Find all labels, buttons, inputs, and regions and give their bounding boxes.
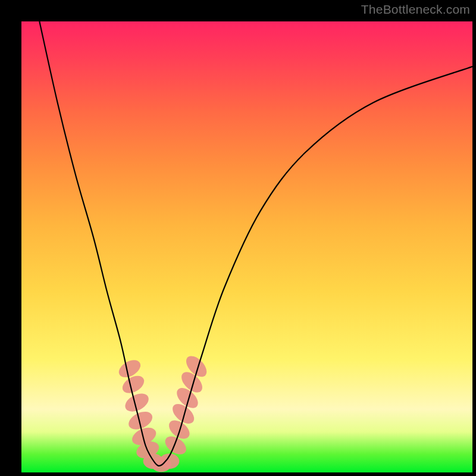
left-blobs-marker [122, 390, 152, 415]
bottom-blobs-marker [159, 453, 179, 469]
chart-frame: TheBottleneck.com [0, 0, 476, 476]
bottom-blobs-marker [143, 453, 163, 469]
right-blobs-marker [183, 352, 211, 380]
right-blobs-marker [178, 368, 206, 396]
left-blobs-marker [134, 439, 161, 462]
plot-area [21, 21, 472, 472]
left-blobs-marker [130, 424, 159, 449]
right-blobs-marker [165, 416, 193, 442]
left-blobs-marker [120, 372, 147, 397]
watermark-text: TheBottleneck.com [361, 2, 470, 17]
left-blobs-marker [126, 408, 155, 433]
right-blobs-marker [162, 433, 189, 458]
curve-svg [21, 21, 472, 472]
left-blobs-marker [116, 356, 143, 381]
right-blobs-marker [173, 384, 202, 412]
bottom-blobs-marker [151, 456, 171, 472]
right-blobs-marker [169, 400, 198, 428]
bottleneck-curve [39, 21, 472, 466]
